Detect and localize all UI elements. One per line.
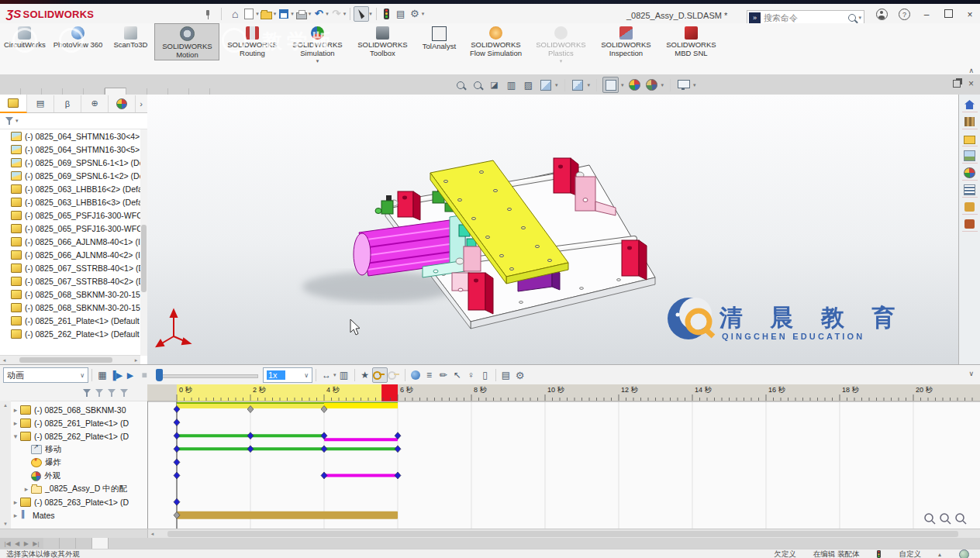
motion-tree-item[interactable]: 爆炸: [11, 456, 147, 469]
apply-scene-icon[interactable]: [538, 78, 553, 92]
ribbon-tab[interactable]: [0, 88, 21, 95]
task-pane-icon[interactable]: [962, 115, 978, 129]
filter-icon[interactable]: [5, 116, 14, 126]
filter-selected-icon[interactable]: [119, 388, 129, 398]
custom-status[interactable]: 自定义: [899, 549, 921, 558]
file-properties-button[interactable]: ▤: [394, 7, 408, 21]
feature-tree-item[interactable]: (-) 0825_063_LHBB16<3> (Defa: [0, 195, 140, 208]
zoom-out-icon[interactable]: [925, 514, 933, 522]
menu-item[interactable]: [170, 12, 184, 16]
timeline-key[interactable]: [247, 432, 254, 439]
pillow-block-front-left[interactable]: [468, 273, 493, 314]
dynamic-annotation-icon[interactable]: ▥: [504, 78, 519, 92]
maximize-button[interactable]: [943, 9, 954, 20]
playback-speed-select[interactable]: 1x∨: [263, 367, 312, 383]
timeline-change-bar[interactable]: [177, 512, 398, 519]
edit-appearance-icon[interactable]: ▨: [521, 78, 536, 92]
view-orientation-icon[interactable]: [571, 78, 585, 92]
playback-mode-button[interactable]: ↔: [319, 368, 333, 382]
chevron-down-icon[interactable]: ▾: [316, 58, 319, 64]
pin-icon[interactable]: [202, 9, 213, 19]
expand-arrow-icon[interactable]: ▸: [11, 512, 20, 519]
addin-button[interactable]: SOLIDWORKS Plastics ▾: [528, 23, 593, 66]
task-pane-icon[interactable]: [962, 183, 978, 198]
timeline-key[interactable]: [174, 446, 180, 453]
motion-tree-item[interactable]: 外观: [11, 469, 147, 482]
task-pane-icon[interactable]: [962, 200, 978, 215]
new-document-button[interactable]: [242, 7, 256, 21]
ribbon-tab[interactable]: [84, 88, 105, 95]
damper-button[interactable]: ▯: [478, 368, 492, 382]
close-pane-icon[interactable]: ×: [968, 78, 974, 89]
feature-tree-item[interactable]: (-) 0825_069_SPSNL6-1<1> (De: [0, 156, 140, 169]
search-icon[interactable]: [848, 14, 856, 22]
document-tab[interactable]: [43, 538, 60, 549]
slider-thumb[interactable]: [156, 369, 163, 381]
select-tool-button[interactable]: [354, 6, 369, 22]
timeline-cursor-block[interactable]: [381, 384, 398, 401]
filter-camera-icon[interactable]: [95, 388, 104, 398]
timeline-key[interactable]: [174, 432, 180, 439]
timeline-key[interactable]: [395, 446, 401, 453]
ribbon-tab[interactable]: [168, 88, 189, 95]
menu-item[interactable]: [142, 12, 156, 16]
help-icon[interactable]: ?: [899, 9, 910, 20]
tab-dimxpertmanager[interactable]: ⊕: [81, 95, 109, 112]
timeline-track-area[interactable]: 0 秒2 秒4 秒6 秒8 秒10 秒12 秒14 秒16 秒18 秒20 秒: [147, 384, 980, 529]
ribbon-tab[interactable]: [63, 88, 84, 95]
motion-tree-item[interactable]: ▸ (-) 0825_068_SBKNM-30: [11, 403, 147, 416]
task-pane-icon[interactable]: [962, 217, 978, 232]
ribbon-tab[interactable]: [189, 88, 210, 95]
home-button[interactable]: ⌂: [228, 7, 242, 21]
expand-arrow-icon[interactable]: ▸: [22, 485, 31, 493]
feature-tree-item[interactable]: (-) 0825_068_SBKNM-30-20-15: [0, 288, 140, 301]
ribbon-tab[interactable]: [147, 88, 168, 95]
timeline-position-slider[interactable]: [156, 369, 258, 381]
feature-tree-item[interactable]: (-) 0825_065_PSFJ16-300-WFC1: [0, 208, 140, 222]
timeline-key[interactable]: [321, 446, 327, 453]
tab-configurationmanager[interactable]: β: [54, 95, 81, 112]
addin-button[interactable]: SOLIDWORKS Toolbox ▾: [350, 23, 415, 59]
close-button[interactable]: ×: [964, 9, 975, 20]
expand-arrow-icon[interactable]: ▸: [11, 498, 20, 506]
motion-tree-scrollbar[interactable]: ▴▾: [0, 401, 11, 529]
feature-tree-item[interactable]: (-) 0825_262_Plate<1> (Default: [0, 327, 140, 340]
hide-show-items-icon[interactable]: [627, 78, 642, 92]
timeline-key[interactable]: [395, 472, 401, 479]
ribbon-tab[interactable]: [21, 88, 42, 95]
view-settings-icon[interactable]: [676, 78, 691, 92]
zoom-fit-timeline-icon[interactable]: [956, 514, 964, 522]
options-button[interactable]: ⚙: [408, 7, 422, 21]
addin-button[interactable]: SOLIDWORKS MBD SNL ▾: [658, 23, 723, 59]
menu-item[interactable]: [184, 12, 198, 16]
contact-button[interactable]: ↖: [450, 368, 464, 382]
expand-arrow-icon[interactable]: ▸: [11, 406, 20, 414]
motor-button[interactable]: [409, 368, 423, 382]
ribbon-tab[interactable]: [42, 88, 63, 95]
collapse-motionmanager-icon[interactable]: ∨: [968, 370, 974, 377]
motion-tree-item[interactable]: 移动: [11, 443, 147, 456]
zoom-in-icon[interactable]: [940, 514, 948, 522]
tab-nav-buttons[interactable]: |◀◀▶▶|: [0, 538, 43, 549]
feature-tree-item[interactable]: (-) 0825_068_SBKNM-30-20-15: [0, 301, 140, 314]
animation-wizard-button[interactable]: ★: [358, 368, 372, 382]
feature-tree-item[interactable]: (-) 0825_064_SHTMN16-30<5>: [0, 143, 140, 156]
chevron-down-icon[interactable]: ▾: [560, 58, 563, 64]
save-animation-button[interactable]: ▥: [337, 368, 351, 382]
motion-tree-item[interactable]: ▾ (-) 0825_262_Plate<1> (D: [11, 429, 147, 443]
play-from-start-button[interactable]: ▐▶: [109, 368, 123, 382]
document-tab[interactable]: [60, 538, 76, 549]
study-type-select[interactable]: 动画∨: [3, 367, 88, 383]
tree-vertical-scrollbar[interactable]: [140, 129, 147, 356]
addin-button[interactable]: SOLIDWORKS Inspection ▾: [593, 23, 658, 59]
motion-settings-button[interactable]: ⚙: [513, 368, 527, 382]
tab-displaymanager[interactable]: [109, 95, 136, 112]
task-pane-icon[interactable]: [962, 166, 978, 181]
minimize-button[interactable]: –: [921, 9, 932, 20]
user-account-icon[interactable]: [876, 9, 888, 20]
results-button[interactable]: ▤: [499, 368, 513, 382]
zoom-fit-icon[interactable]: [453, 78, 468, 92]
addin-button[interactable]: SOLIDWORKS Motion ▾: [154, 23, 219, 60]
print-button[interactable]: [295, 7, 309, 21]
expand-arrow-icon[interactable]: ▸: [11, 419, 20, 427]
